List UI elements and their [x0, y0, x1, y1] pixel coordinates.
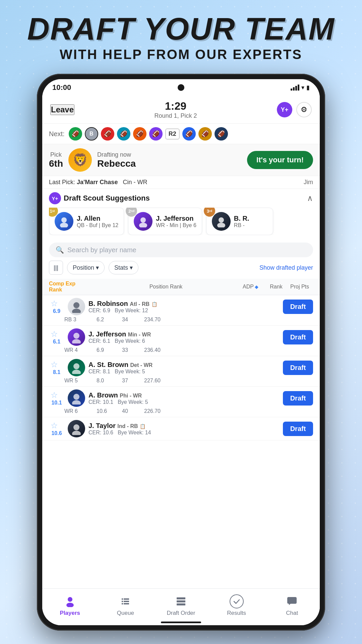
- svg-point-11: [72, 370, 81, 374]
- svg-point-1: [60, 223, 68, 227]
- settings-button[interactable]: ⚙: [296, 102, 312, 117]
- helmet-3[interactable]: 🏈: [101, 127, 114, 141]
- pos-rank-4: WR 6: [64, 408, 91, 414]
- position-filter-button[interactable]: Position ▾: [67, 261, 105, 274]
- phone-screen: 10:00 ▾ ▮ Leave 1:29 Round 1, Pic: [42, 79, 320, 625]
- nav-results[interactable]: Results: [209, 594, 264, 616]
- helmet-4[interactable]: 🏈: [117, 127, 130, 141]
- watchlist-star-4[interactable]: ☆: [51, 390, 63, 400]
- nav-players[interactable]: Players: [42, 594, 98, 616]
- svg-point-0: [61, 217, 67, 223]
- scout-player-pos-2: WR - Min | Bye 6: [156, 222, 196, 228]
- draft-button-2[interactable]: Draft: [283, 330, 313, 344]
- cer-score-3: 8.1: [51, 369, 63, 375]
- helmet-5[interactable]: 🏈: [133, 127, 146, 141]
- last-pick-team-pos: Cin - WR: [123, 179, 147, 185]
- svg-point-17: [66, 603, 74, 607]
- show-drafted-link[interactable]: Show drafted player: [259, 264, 313, 271]
- rank-4: 40: [122, 408, 139, 414]
- player-row-top-3: ☆ 8.1 A. St. Brown Det - WR: [49, 359, 313, 376]
- watchlist-star-5[interactable]: ☆: [51, 421, 63, 430]
- proj-pts-1: 234.70: [144, 317, 168, 323]
- watchlist-star-3[interactable]: ☆: [51, 360, 63, 369]
- scout-player-avatar-1: [55, 212, 73, 231]
- pick-number: 6th: [49, 158, 63, 169]
- leave-button[interactable]: Leave: [50, 104, 74, 115]
- last-pick-label: Last Pick:: [49, 179, 75, 185]
- app-content: Leave 1:29 Round 1, Pick 2 Y+ ⚙ Next: 🏈 …: [42, 96, 320, 625]
- player-details-3: A. St. Brown Det - WR CER: 8.1 Bye Week:…: [88, 361, 280, 375]
- drafter-info: Drafting now Rebecca: [97, 151, 242, 169]
- scout-player-info-3: B. R. RB -: [234, 215, 249, 228]
- proj-pts-4: 226.70: [144, 408, 168, 414]
- col-header-comp-exp: Comp Exp Rank: [49, 281, 89, 293]
- col-header-proj-pts: Proj Pts: [286, 284, 313, 290]
- scout-card-1[interactable]: 1st J. Allen QB - Buf | Bye 12: [49, 208, 124, 235]
- helmet-9[interactable]: 🏈: [215, 127, 228, 141]
- players-icon: [63, 594, 77, 608]
- y-plus-button[interactable]: Y+: [277, 102, 292, 117]
- proj-pts-2: 236.40: [144, 347, 168, 353]
- search-icon: 🔍: [56, 246, 64, 254]
- player-name-1: B. Robinson Atl - RB 📋: [88, 300, 280, 308]
- scout-player-info-2: J. Jefferson WR - Min | Bye 6: [156, 215, 196, 228]
- chat-icon: [285, 594, 299, 608]
- filter-icon-button[interactable]: |||: [49, 261, 63, 275]
- scout-card-3[interactable]: 3rd B. R. RB -: [206, 208, 273, 235]
- next-label: Next:: [49, 130, 65, 138]
- helmet-1[interactable]: 🏈: [69, 127, 82, 141]
- player-list: ☆ 6.9 B. Robinson Atl - RB 📋: [42, 295, 320, 440]
- wifi-icon: ▾: [301, 84, 304, 91]
- status-time: 10:00: [52, 83, 71, 92]
- search-bar[interactable]: 🔍 Search by player name: [49, 243, 313, 257]
- player-row-stats-2: WR 4 6.9 33 236.40: [49, 346, 313, 353]
- r2-badge: R2: [165, 128, 180, 140]
- svg-point-15: [72, 431, 81, 435]
- draft-button-3[interactable]: Draft: [283, 361, 313, 375]
- player-headshot-3: [68, 359, 85, 376]
- page-headline: DRAFT YOUR TEAM: [0, 13, 362, 44]
- scout-title-row: Y+ Draft Scout Suggestions: [49, 192, 150, 204]
- home-indicator: [161, 622, 201, 623]
- queue-icon: [118, 594, 132, 608]
- cer-info-5: CER: 10.6 Bye Week: 14: [88, 430, 280, 436]
- last-pick-text: Last Pick: Ja'Marr Chase Cin - WR: [49, 179, 147, 186]
- svg-point-2: [140, 217, 146, 223]
- rank-2: 33: [122, 347, 139, 353]
- nav-chat[interactable]: Chat: [264, 594, 320, 616]
- helmet-7[interactable]: 🏈: [182, 127, 196, 141]
- scout-collapse-button[interactable]: ∧: [307, 194, 313, 203]
- watchlist-star-1[interactable]: ☆: [51, 299, 63, 308]
- nav-draft-order[interactable]: Draft Order: [153, 594, 209, 616]
- signal-icon: [291, 85, 299, 91]
- player-row-top-1: ☆ 6.9 B. Robinson Atl - RB 📋: [49, 298, 313, 315]
- your-turn-button[interactable]: It's your turn!: [247, 151, 313, 169]
- draft-button-4[interactable]: Draft: [283, 391, 313, 406]
- nav-queue[interactable]: Queue: [98, 594, 154, 616]
- player-details-1: B. Robinson Atl - RB 📋 CER: 6.9 Bye Week…: [88, 300, 280, 314]
- svg-rect-27: [287, 597, 297, 604]
- scout-player-info-1: J. Allen QB - Buf | Bye 12: [77, 215, 118, 228]
- player-name-4: A. Brown Phi - WR: [88, 391, 280, 399]
- scout-card-2[interactable]: 2nd J. Jefferson WR - Min | Bye 6: [128, 208, 202, 235]
- helmet-6[interactable]: 🏈: [149, 127, 163, 141]
- rank-1: 34: [122, 317, 139, 323]
- helmet-2[interactable]: B: [85, 127, 98, 141]
- draft-button-5[interactable]: Draft: [283, 422, 313, 436]
- svg-rect-22: [122, 603, 123, 604]
- watchlist-star-2[interactable]: ☆: [51, 329, 63, 339]
- search-input[interactable]: Search by player name: [67, 246, 306, 254]
- drafter-avatar: 🦁: [68, 148, 92, 172]
- svg-point-5: [217, 223, 225, 227]
- scout-player-name-1: J. Allen: [77, 215, 118, 222]
- scout-player-name-3: B. R.: [234, 215, 249, 222]
- helmet-8[interactable]: 🏈: [198, 127, 212, 141]
- nav-label-players: Players: [60, 610, 80, 616]
- player-row-stats-3: WR 5 8.0 37 227.60: [49, 376, 313, 384]
- adp-4: 10.6: [97, 408, 117, 414]
- player-headshot-2: [68, 328, 85, 346]
- scout-cards: 1st J. Allen QB - Buf | Bye 12 2nd: [49, 208, 313, 235]
- draft-button-1[interactable]: Draft: [283, 300, 313, 314]
- stats-filter-button[interactable]: Stats ▾: [109, 261, 138, 274]
- player-headshot-5: [68, 420, 85, 437]
